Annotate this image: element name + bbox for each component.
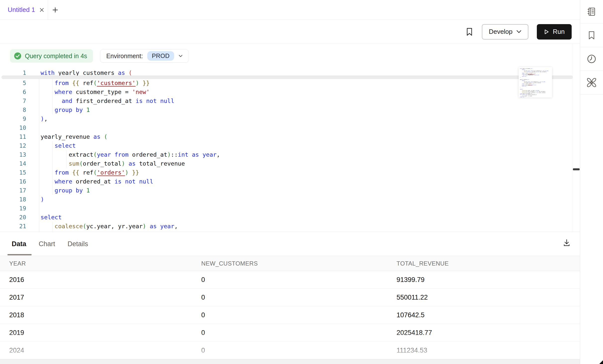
column-header: NEW_CUSTOMERS <box>201 260 397 267</box>
download-icon <box>562 238 571 247</box>
line-number: 13 <box>0 150 39 159</box>
code-line: 14 sum(order_total) as total_revenue <box>0 159 572 168</box>
table-cell: 2024 <box>9 347 201 354</box>
sidebar-item-bookmarks[interactable] <box>580 24 603 47</box>
resize-grip-icon[interactable] <box>599 360 603 364</box>
table-row[interactable]: 20240111234.53 <box>0 342 580 359</box>
check-circle-icon <box>14 52 21 60</box>
results-tab-details[interactable]: Details <box>68 240 88 248</box>
run-button-label: Run <box>553 28 565 36</box>
line-number: 21 <box>0 222 39 231</box>
line-number: 9 <box>0 114 39 123</box>
results-tabs: DataChartDetails <box>0 232 580 256</box>
code-line: 16 where ordered_at is not null <box>0 177 572 186</box>
table-cell: 2018 <box>9 311 201 319</box>
table-cell: 0 <box>201 294 397 301</box>
environment-selector[interactable]: Environment: PROD <box>100 49 189 63</box>
query-status-text: Query completed in 4s <box>25 52 87 60</box>
minimap[interactable]: with yearly_customers as ( select extrac… <box>519 67 552 97</box>
table-row[interactable]: 20180107642.5 <box>0 306 580 324</box>
query-status-badge: Query completed in 4s <box>10 49 93 63</box>
notebook-icon <box>586 6 597 17</box>
table-cell: 0 <box>201 329 397 337</box>
indent-guide <box>52 141 52 195</box>
tab-label: Untitled 1 <box>8 6 35 14</box>
code-line: 21 coalesce(yc.year, yr.year) as year, <box>0 222 572 231</box>
tab-untitled-1[interactable]: Untitled 1 <box>0 0 48 20</box>
code-line: 5 from {{ ref('customers') }} <box>0 79 572 88</box>
app-root: Untitled 1 Develop <box>0 0 603 364</box>
history-icon <box>587 54 597 64</box>
bookmark-icon <box>587 31 596 40</box>
line-number: 5 <box>0 79 39 88</box>
download-button[interactable] <box>562 238 571 247</box>
table-cell: 0 <box>201 276 397 284</box>
dbt-logo-icon <box>586 77 597 88</box>
code-line: 8 group by 1 <box>0 105 572 114</box>
line-number: 12 <box>0 141 39 150</box>
sidebar-item-history[interactable] <box>580 47 603 71</box>
environment-label: Environment: <box>106 52 143 60</box>
line-number: 6 <box>0 88 39 96</box>
table-cell: 2019 <box>9 329 201 337</box>
right-sidebar <box>580 0 603 364</box>
table-cell: 550011.22 <box>397 294 580 301</box>
code-line: 20select <box>0 213 572 222</box>
indent-guide <box>52 222 52 232</box>
results-hscrollbar[interactable] <box>0 359 580 364</box>
develop-button[interactable]: Develop <box>482 24 528 40</box>
bookmark-icon <box>465 27 473 36</box>
new-tab-button[interactable] <box>48 0 59 20</box>
line-number: 20 <box>0 213 39 222</box>
run-button[interactable]: Run <box>537 24 572 40</box>
line-number: 10 <box>0 123 39 132</box>
table-cell: 2016 <box>9 276 201 284</box>
code-line: 18) <box>0 195 572 204</box>
line-number: 15 <box>0 168 39 177</box>
indent-guide <box>66 150 66 168</box>
line-number: 22 <box>0 231 39 232</box>
table-cell: 91399.79 <box>397 276 580 284</box>
results-tab-chart[interactable]: Chart <box>39 240 55 248</box>
code-line: 19 <box>0 204 572 213</box>
code-line: 12 select <box>0 141 572 150</box>
line-number: 11 <box>0 132 39 141</box>
toolbar: Develop Run <box>0 20 580 44</box>
table-row[interactable]: 20170550011.22 <box>0 289 580 306</box>
table-row[interactable]: 2016091399.79 <box>0 271 580 289</box>
code-line: 9), <box>0 114 572 123</box>
bookmark-button[interactable] <box>465 27 473 36</box>
table-cell: 107642.5 <box>397 311 580 319</box>
code-line: 15 from {{ ref('orders') }} <box>0 168 572 177</box>
line-number: 8 <box>0 105 39 114</box>
sql-editor[interactable]: Query completed in 4s Environment: PROD … <box>0 44 580 232</box>
table-cell: 0 <box>201 347 397 354</box>
develop-button-label: Develop <box>489 28 512 36</box>
environment-value-chip: PROD <box>147 51 174 61</box>
sidebar-item-dbt[interactable] <box>580 71 603 94</box>
table-row[interactable]: 201902025418.77 <box>0 324 580 342</box>
line-number: 14 <box>0 159 39 168</box>
results-tab-data[interactable]: Data <box>12 240 26 248</box>
sidebar-item-notebook[interactable] <box>580 0 603 24</box>
code-line: 11yearly_revenue as ( <box>0 132 572 141</box>
results-panel: DataChartDetails YEARNEW_CUSTOMERSTOTAL_… <box>0 232 580 364</box>
table-cell: 2017 <box>9 294 201 301</box>
editor-vscrollbar-track <box>573 44 573 232</box>
code-area[interactable]: 5 from {{ ref('customers') }}6 where cus… <box>0 79 572 232</box>
minimap-line: order by 1 <box>520 96 551 97</box>
line-number: 17 <box>0 186 39 195</box>
tab-bar: Untitled 1 <box>0 0 580 20</box>
play-icon <box>544 29 549 35</box>
line-number: 19 <box>0 204 39 213</box>
table-body: 2016091399.7920170550011.2220180107642.5… <box>0 271 580 359</box>
code-line: 17 group by 1 <box>0 186 572 195</box>
editor-vscrollbar-thumb[interactable] <box>573 168 580 170</box>
sidebar-empty-space <box>580 94 603 364</box>
active-tab-indicator <box>7 254 32 255</box>
table-cell: 0 <box>201 311 397 319</box>
code-line: 7 and first_ordered_at is not null <box>0 96 572 105</box>
close-tab-icon[interactable] <box>39 7 45 13</box>
chevron-down-icon <box>179 55 183 57</box>
indent-guide <box>52 79 52 114</box>
